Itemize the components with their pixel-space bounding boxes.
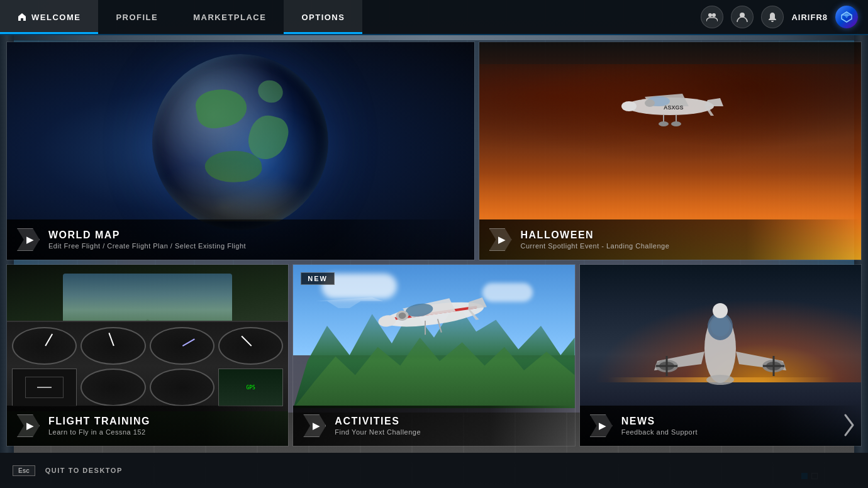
profile-icon-button[interactable] [731, 6, 754, 28]
world-map-label: ▶ WORLD MAP Edit Free Flight / Create Fl… [7, 219, 474, 260]
bottom-row: GPS ▶ FLIGHT TRAINING Learn to Fly in a … [6, 264, 862, 446]
gauge-8: GPS [218, 369, 283, 406]
nav-tab-options[interactable]: OPTIONS [284, 0, 362, 34]
news-plane-svg [645, 292, 796, 392]
home-icon [18, 13, 26, 21]
gauge-4 [218, 327, 283, 365]
atmosphere [152, 54, 328, 230]
halloween-subtitle: Current Spotlight Event - Landing Challe… [521, 242, 670, 250]
svg-marker-21 [467, 297, 487, 309]
gauge-5 [12, 369, 77, 406]
globe-visual [152, 54, 328, 230]
flight-training-title: FLIGHT TRAINING [48, 416, 150, 427]
activities-arrow: ▶ [303, 414, 326, 437]
profile-icon [737, 11, 748, 23]
svg-point-0 [708, 13, 712, 17]
nav-tab-profile[interactable]: PROFILE [98, 0, 175, 34]
svg-point-43 [713, 303, 728, 318]
bottom-bar: Esc QUIT TO DESKTOP [0, 453, 868, 488]
nav-tab-welcome[interactable]: WELCOME [0, 0, 98, 34]
social-icon-button[interactable] [701, 6, 723, 28]
svg-point-42 [706, 375, 734, 385]
news-card[interactable]: ▶ NEWS Feedback and Support [579, 264, 862, 446]
gauge-6 [81, 369, 145, 406]
world-map-subtitle: Edit Free Flight / Create Flight Plan / … [48, 242, 246, 250]
svg-point-16 [659, 121, 669, 126]
halloween-arrow: ▶ [489, 228, 512, 251]
gauge-grid: GPS [7, 322, 288, 411]
flight-training-subtitle: Learn to Fly in a Cessna 152 [48, 428, 150, 436]
gem-button[interactable] [835, 6, 858, 28]
flight-training-text: FLIGHT TRAINING Learn to Fly in a Cessna… [48, 416, 150, 436]
chevron-right-icon [842, 413, 857, 438]
new-badge-label: NEW [308, 275, 328, 282]
activities-label: ▶ ACTIVITIES Find Your Next Challenge [293, 406, 574, 446]
news-text: NEWS Feedback and Support [621, 416, 698, 436]
nav-right-section: AIRIFR8 [691, 0, 868, 34]
news-plane-container [645, 292, 796, 395]
news-title: NEWS [621, 416, 698, 427]
activities-new-badge: NEW [301, 272, 335, 285]
activities-text: ACTIVITIES Find Your Next Challenge [335, 416, 421, 436]
halloween-text: HALLOWEEN Current Spotlight Event - Land… [521, 230, 670, 250]
svg-point-12 [621, 101, 637, 111]
svg-point-1 [712, 13, 716, 17]
svg-point-11 [645, 99, 655, 107]
activities-subtitle: Find Your Next Challenge [335, 428, 421, 436]
gauge-2 [81, 327, 145, 365]
marketplace-tab-label: MARKETPLACE [193, 13, 266, 22]
svg-marker-8 [704, 98, 723, 106]
social-icon [706, 11, 718, 23]
flight-training-label: ▶ FLIGHT TRAINING Learn to Fly in a Cess… [7, 406, 288, 446]
svg-text:ASXGS: ASXGS [664, 104, 684, 111]
quit-to-desktop-label[interactable]: QUIT TO DESKTOP [45, 467, 123, 474]
esc-key-label: Esc [13, 465, 35, 476]
flight-training-arrow: ▶ [17, 414, 40, 437]
world-map-text: WORLD MAP Edit Free Flight / Create Flig… [48, 230, 246, 250]
gauge-7 [150, 369, 214, 406]
welcome-tab-label: WELCOME [31, 13, 81, 22]
activities-title: ACTIVITIES [335, 416, 421, 427]
bell-icon [767, 11, 778, 23]
activities-card[interactable]: NEW ▶ ACTIVITIES Find Your Next Challeng… [292, 264, 575, 446]
halloween-title: HALLOWEEN [521, 230, 670, 241]
world-map-arrow: ▶ [17, 228, 40, 251]
flight-training-card[interactable]: GPS ▶ FLIGHT TRAINING Learn to Fly in a … [6, 264, 289, 446]
profile-tab-label: PROFILE [116, 13, 158, 22]
news-subtitle: Feedback and Support [621, 428, 698, 436]
username-label: AIRIFR8 [791, 13, 828, 22]
halloween-plane-container: ASXGS [607, 72, 733, 143]
options-tab-label: OPTIONS [301, 13, 345, 22]
nav-tab-marketplace[interactable]: MARKETPLACE [175, 0, 284, 34]
svg-point-17 [671, 121, 681, 126]
gauge-1 [12, 327, 77, 365]
news-label: ▶ NEWS Feedback and Support [580, 406, 861, 446]
notifications-icon-button[interactable] [761, 6, 784, 28]
instrument-panel: GPS [7, 321, 288, 411]
scroll-right-button[interactable] [837, 406, 862, 444]
world-map-title: WORLD MAP [48, 230, 246, 241]
gauge-3 [150, 327, 214, 365]
halloween-label: ▶ HALLOWEEN Current Spotlight Event - La… [479, 219, 862, 260]
halloween-card[interactable]: ASXGS ▶ HALLOWEEN Current Spotlight Even… [479, 42, 862, 260]
content-area: ▶ WORLD MAP Edit Free Flight / Create Fl… [0, 35, 868, 453]
nav-bar: WELCOME PROFILE MARKETPLACE OPTIONS [0, 0, 868, 35]
news-arrow: ▶ [590, 414, 613, 437]
world-map-card[interactable]: ▶ WORLD MAP Edit Free Flight / Create Fl… [6, 42, 475, 260]
gem-icon [840, 11, 853, 23]
svg-point-31 [711, 316, 730, 336]
halloween-plane-svg: ASXGS [607, 72, 733, 141]
top-row: ▶ WORLD MAP Edit Free Flight / Create Fl… [6, 42, 862, 260]
